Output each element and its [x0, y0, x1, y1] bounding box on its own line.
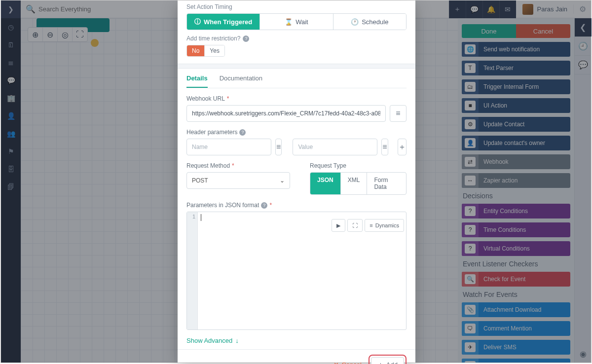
modal-tabs: Details Documentation: [186, 69, 407, 88]
modal-add-button[interactable]: ＋ Add: [371, 357, 404, 364]
request-type-label: Request Type: [310, 162, 407, 169]
tab-documentation[interactable]: Documentation: [220, 74, 262, 88]
action-modal: Set Action Timing ⓘWhen Triggered ⌛Wait …: [178, 0, 415, 363]
tab-details[interactable]: Details: [186, 74, 208, 88]
restriction-yes-button[interactable]: Yes: [205, 45, 224, 56]
header-params-label: Header parameters ?: [186, 129, 407, 136]
header-param-value-menu-icon[interactable]: ≡: [381, 139, 388, 155]
section-title: Set Action Timing: [186, 3, 407, 10]
modal-cancel-button[interactable]: ✕ Cancel: [333, 361, 361, 364]
webhook-url-input[interactable]: [186, 105, 386, 122]
time-restriction-label: Add time restriction? ?: [186, 35, 407, 42]
modal-footer: ✕ Cancel ＋ Add: [178, 349, 415, 364]
request-type-json[interactable]: JSON: [310, 173, 341, 194]
editor-gutter: 1: [187, 212, 198, 329]
json-editor[interactable]: 1 ▶ ⛶ ≡Dynamics: [186, 212, 407, 330]
timing-schedule-button[interactable]: 🕐Schedule: [333, 14, 406, 30]
header-param-name-menu-icon[interactable]: ≡: [275, 139, 282, 155]
request-type-xml[interactable]: XML: [341, 173, 368, 194]
request-method-select[interactable]: POST ⌄: [186, 172, 290, 189]
editor-fullscreen-button[interactable]: ⛶: [347, 219, 363, 232]
restriction-no-button[interactable]: No: [187, 45, 205, 56]
header-param-name-input[interactable]: [186, 139, 271, 155]
editor-run-button[interactable]: ▶: [332, 219, 345, 232]
close-icon: ✕: [333, 361, 339, 364]
request-method-label: Request Method*: [186, 162, 290, 169]
add-button-highlight: ＋ Add: [369, 355, 407, 364]
json-params-label: Parameters in JSON format ? *: [186, 202, 407, 209]
header-param-value-input[interactable]: [293, 139, 377, 155]
timing-wait-button[interactable]: ⌛Wait: [260, 14, 333, 30]
chevron-down-icon: ⌄: [280, 177, 285, 184]
help-icon[interactable]: ?: [239, 129, 246, 136]
request-type-segmented: JSON XML Form Data: [310, 172, 407, 195]
show-advanced-toggle[interactable]: Show Advanced↓: [186, 337, 407, 344]
add-header-param-button[interactable]: ＋: [398, 139, 407, 155]
timing-triggered-button[interactable]: ⓘWhen Triggered: [187, 14, 260, 30]
time-restriction-toggle: No Yes: [186, 45, 225, 57]
webhook-url-menu-icon[interactable]: ≡: [390, 105, 407, 122]
help-icon[interactable]: ?: [243, 36, 249, 42]
request-type-form[interactable]: Form Data: [367, 173, 406, 194]
timing-segmented: ⓘWhen Triggered ⌛Wait 🕐Schedule: [186, 13, 407, 30]
plus-icon: ＋: [377, 360, 384, 364]
editor-dynamics-button[interactable]: ≡Dynamics: [365, 219, 404, 232]
webhook-url-label: Webhook URL*: [186, 95, 407, 102]
help-icon[interactable]: ?: [261, 202, 267, 209]
